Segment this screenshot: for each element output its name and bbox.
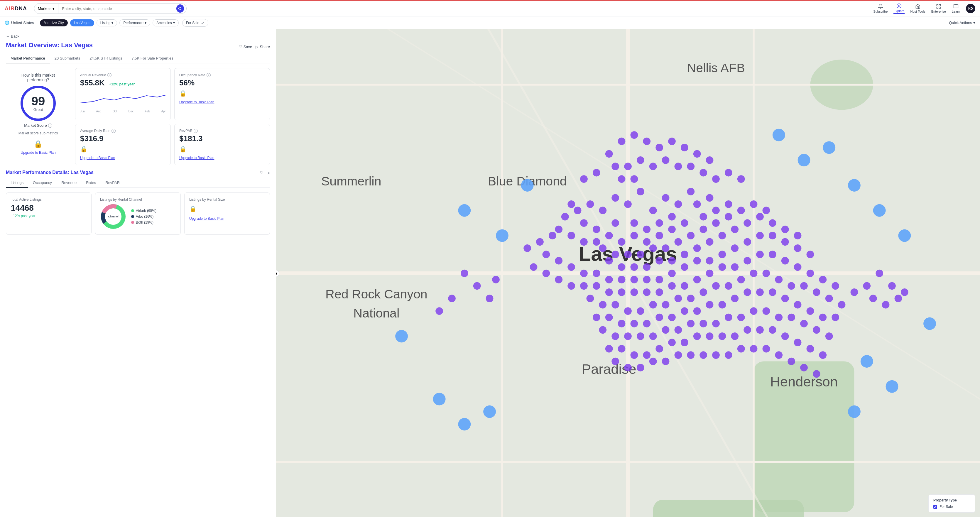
svg-point-204 (737, 314, 745, 321)
sub-metrics-upgrade-link[interactable]: Upgrade to Basic Plan (21, 151, 56, 154)
svg-point-149 (807, 270, 814, 277)
details-tab-listings[interactable]: Listings (6, 178, 28, 188)
svg-point-214 (630, 351, 638, 359)
for-sale-checkbox-label[interactable]: For Sale (940, 505, 953, 509)
svg-point-123 (781, 238, 789, 246)
svg-rect-6 (939, 7, 940, 8)
svg-point-61 (593, 226, 600, 233)
nav-enterprise[interactable]: Enterprise (931, 4, 946, 13)
market-score-info-icon[interactable]: i (48, 124, 52, 128)
svg-point-172 (838, 301, 846, 309)
avg-daily-rate-card: Average Daily Rate i $316.9 🔒 Upgrade to… (75, 124, 171, 165)
map-toggle-button[interactable]: ◀ (276, 270, 279, 277)
svg-point-283 (851, 288, 858, 296)
for-sale-checkbox[interactable] (933, 505, 937, 509)
details-save-button[interactable]: ♡ (260, 170, 264, 175)
svg-point-253 (605, 150, 613, 158)
details-tab-rates[interactable]: Rates (81, 178, 101, 188)
city-name-filter[interactable]: Las Vegas (70, 19, 94, 26)
adr-upgrade-link[interactable]: Upgrade to Basic Plan (80, 156, 115, 160)
tab-market-performance[interactable]: Market Performance (6, 54, 50, 64)
svg-point-170 (813, 288, 820, 296)
nav-explore[interactable]: Explore (893, 3, 904, 14)
nav-subscribe[interactable]: Subscribe (873, 4, 888, 13)
tab-str-listings[interactable]: 24.5K STR Listings (85, 54, 127, 64)
svg-point-48 (668, 213, 676, 221)
svg-rect-15 (653, 500, 804, 517)
donut-chart: Channel (100, 203, 126, 230)
svg-point-104 (542, 251, 550, 258)
share-button[interactable]: ▷ Share (256, 45, 270, 49)
svg-point-136 (643, 288, 651, 296)
markets-dropdown-button[interactable]: Markets ▾ (34, 3, 58, 14)
save-button[interactable]: ♡ Save (239, 45, 252, 49)
nav-avatar[interactable]: KD (966, 4, 975, 13)
svg-point-139 (681, 282, 688, 290)
nav-learn[interactable]: Learn (952, 4, 960, 13)
svg-point-154 (611, 301, 619, 309)
svg-point-177 (643, 320, 651, 328)
revpar-info-icon[interactable]: i (194, 129, 198, 133)
adr-info-icon[interactable]: i (111, 129, 116, 133)
by-size-upgrade-link[interactable]: Upgrade to Basic Plan (189, 216, 224, 221)
svg-point-186 (756, 288, 764, 296)
tab-for-sale[interactable]: 7.5K For Sale Properties (127, 54, 178, 64)
occupancy-info-icon[interactable]: i (207, 73, 211, 77)
svg-point-190 (807, 307, 814, 315)
svg-point-106 (568, 263, 575, 271)
svg-point-141 (706, 270, 714, 277)
title-actions: ♡ Save ▷ Share (239, 45, 270, 49)
svg-point-237 (700, 351, 707, 359)
listing-dropdown[interactable]: Listing ▾ (97, 19, 118, 26)
city-title: Las Vegas (61, 41, 93, 49)
sub-metrics-lock-icon: 🔒 (34, 140, 43, 148)
globe-icon: 🌐 (5, 21, 10, 25)
city-size-filter[interactable]: Mid-size City (40, 19, 68, 26)
svg-text:Red Rock Canyon: Red Rock Canyon (325, 287, 428, 301)
location-text[interactable]: United States (11, 21, 34, 25)
details-tab-occupancy[interactable]: Occupancy (28, 178, 57, 188)
svg-point-196 (637, 332, 644, 340)
svg-point-58 (668, 226, 676, 233)
airbnb-legend-dot (131, 209, 134, 212)
svg-point-155 (624, 307, 632, 315)
back-link[interactable]: ← Back (6, 34, 270, 38)
svg-point-182 (706, 301, 714, 309)
logo[interactable]: AIRDNA (5, 6, 27, 12)
svg-point-224 (756, 326, 764, 334)
listings-by-size-card: Listings by Rental Size 🔒 Upgrade to Bas… (184, 192, 270, 235)
amenities-dropdown[interactable]: Amenities ▾ (153, 19, 179, 26)
svg-point-37 (611, 194, 619, 202)
svg-point-254 (693, 150, 701, 158)
search-button[interactable] (177, 5, 184, 13)
performance-dropdown[interactable]: Performance ▾ (119, 19, 150, 26)
details-share-button[interactable]: ▷ (267, 170, 270, 175)
svg-point-218 (681, 339, 688, 346)
svg-point-276 (492, 276, 500, 283)
details-actions: ♡ ▷ (260, 170, 270, 175)
svg-point-114 (668, 270, 676, 277)
svg-text:Channel: Channel (108, 215, 119, 218)
svg-rect-3 (937, 5, 938, 6)
svg-point-130 (568, 282, 575, 290)
back-label: Back (11, 34, 19, 38)
nav-host-tools[interactable]: Host Tools (910, 4, 926, 13)
for-sale-toggle[interactable]: For Sale ⤢ (182, 19, 208, 27)
legend-both: Both (19%) (131, 220, 156, 224)
svg-point-72 (624, 251, 632, 258)
chevron-down-icon: ▾ (52, 6, 54, 11)
search-input[interactable] (62, 6, 177, 11)
details-tab-revenue[interactable]: Revenue (57, 178, 81, 188)
quick-actions-button[interactable]: Quick Actions ▾ (949, 21, 975, 25)
svg-point-103 (536, 238, 544, 246)
svg-point-279 (863, 282, 870, 290)
svg-point-107 (580, 270, 588, 277)
details-tab-revpar[interactable]: RevPAR (101, 178, 124, 188)
tab-submarkets[interactable]: 20 Submarkets (50, 54, 85, 64)
svg-point-247 (618, 138, 625, 145)
svg-point-41 (649, 207, 657, 214)
revpar-upgrade-link[interactable]: Upgrade to Basic Plan (179, 156, 214, 160)
annual-revenue-info-icon[interactable]: i (107, 73, 111, 77)
occupancy-upgrade-link[interactable]: Upgrade to Basic Plan (179, 100, 214, 104)
score-number: 99 (32, 95, 45, 107)
